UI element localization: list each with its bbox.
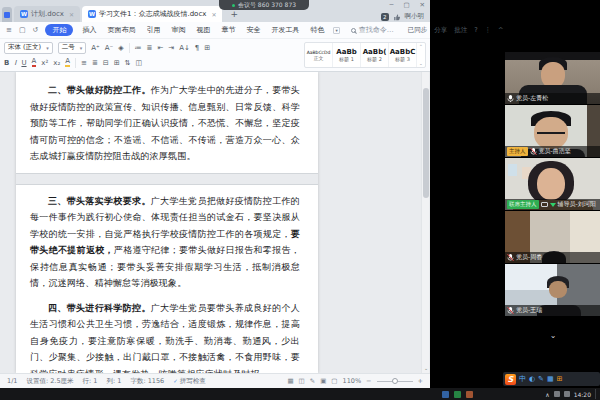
meeting-id-banner[interactable]: 会议号 860 370 873 [219,0,309,10]
italic-button[interactable]: I [14,59,16,67]
share-button[interactable]: 分享 [434,26,447,35]
close-button[interactable]: ✕ [420,2,425,9]
ribbon-tab-features[interactable]: 特色 [308,24,326,36]
maximize-button[interactable]: ▢ [403,2,409,9]
tab-plan-docx[interactable]: W 计划.docx ✕ [14,6,80,22]
zoom-out-button[interactable]: − [366,377,371,385]
undo-icon[interactable]: ↺ [33,26,39,34]
clear-format-icon[interactable]: ◈ [118,44,123,52]
collapse-video-list-button[interactable]: ⌄ [541,332,565,342]
participant-tile-5[interactable]: 党员-王瑞 [505,264,600,316]
command-search[interactable]: 查找命令… [351,25,394,35]
indent-icon[interactable]: ⇥ [168,44,174,52]
more-button[interactable]: ⋮ [485,26,492,34]
ime-halfwidth-icon[interactable]: ◐ [529,376,535,383]
tab-close-icon[interactable]: ✕ [211,11,216,18]
align-center-icon[interactable]: ≣ [92,59,98,67]
vertical-scrollbar[interactable]: ⌄ [421,72,429,373]
ime-keyboard-icon[interactable]: ▦ [547,376,554,383]
tab-close-icon[interactable]: ✕ [69,11,74,18]
participant-tile-1[interactable]: 党员-左青松 [505,52,600,104]
ribbon-tab-home[interactable]: 开始 [45,24,73,36]
paragraph-mark-icon[interactable]: ¶ [195,44,199,52]
superscript-button[interactable]: x² [41,59,48,67]
scrollbar-thumb[interactable] [423,88,429,198]
save-icon[interactable]: ▢ [19,26,26,34]
help-button[interactable]: ? [474,26,477,34]
ribbon-tab-review[interactable]: 审阅 [169,24,187,36]
web-view-icon[interactable]: ▢ [331,377,337,385]
font-name-select[interactable]: 宋体 (正文)▾ [4,42,53,54]
features-dropdown-icon[interactable]: ▾ [333,27,339,34]
tab-study-file-docx[interactable]: W 学习文件1：众志成城战疫情.docx ✕ [82,6,222,22]
sogou-logo-icon[interactable]: S [505,374,516,385]
read-view-icon[interactable]: ◫ [299,377,305,385]
clock[interactable]: 14:20 [574,391,591,398]
sort-icon[interactable]: A↓ [179,44,190,52]
synced-button[interactable]: 已同步 [408,26,428,35]
align-left-icon[interactable]: ≡ [81,59,87,67]
font-size-select[interactable]: 二号▾ [58,42,87,54]
style-heading2[interactable]: AaBb(标题 2 [361,43,389,67]
network-icon[interactable] [564,391,570,397]
volume-icon[interactable] [554,391,560,397]
bold-button[interactable]: B [4,59,9,67]
border-grid-icon[interactable]: ⊞ [204,44,210,52]
ribbon-tab-devtools[interactable]: 开发工具 [269,24,301,36]
ime-toolbox-icon[interactable]: ⊞ [557,376,563,383]
zoom-slider[interactable] [377,381,413,382]
bullet-list-icon[interactable]: ≔ [135,44,142,52]
minimize-button[interactable]: ─ [389,2,393,9]
ime-chinese-mode-icon[interactable]: 中 [519,376,526,383]
style-heading1[interactable]: AaBb标题 1 [333,43,361,67]
underline-button[interactable]: U [21,59,26,67]
align-justify-icon[interactable]: ⊟ [103,59,109,67]
comment-button[interactable]: 批注 [454,26,467,35]
page-view-icon[interactable]: ▣ [320,377,326,385]
ime-pen-icon[interactable]: ✎ [538,376,544,383]
taskbar-app-icon[interactable] [442,391,449,398]
highlight-button[interactable]: A [65,58,70,67]
ribbon-tab-references[interactable]: 引用 [144,24,162,36]
participant-tile-2[interactable]: 主持人 党员-曲浩坚 [505,105,600,157]
write-view-icon[interactable]: ✎ [310,377,315,385]
style-normal[interactable]: AaBbCcDd正文 [305,43,333,67]
grow-font-icon[interactable]: A⁺ [91,44,99,52]
subscript-button[interactable]: x₂ [53,59,60,67]
account-area[interactable]: 2 啊小明 [381,12,424,21]
show-desktop-button[interactable] [595,389,597,399]
home-tab-stub[interactable] [2,7,12,22]
shrink-font-icon[interactable]: A⁻ [105,44,113,52]
shading-icon[interactable]: ⊞ [114,59,120,67]
columns-icon[interactable]: ◫ [135,59,142,67]
ime-toolbar[interactable]: S 中 ◐ ✎ ▦ ⊞ [503,372,600,386]
participant-tile-3[interactable]: 联席主持人 辅导员-刘珂阳 [505,158,600,210]
styles-scroll-down-icon[interactable]: ⌄ [419,61,423,66]
styles-scroll[interactable]: ⌃ ⌄ [417,43,425,67]
zoom-slider-knob[interactable] [392,378,398,384]
font-color-button[interactable]: A [32,58,37,67]
outdent-icon[interactable]: ⇤ [157,44,163,52]
ribbon-tab-section[interactable]: 章节 [219,24,237,36]
style-heading3[interactable]: AaBbC标题 3 [389,43,417,67]
spellcheck-toggle[interactable]: ✓拼写检查 [173,377,206,386]
scroll-down-icon[interactable]: ⌄ [422,365,430,372]
numbered-list-icon[interactable]: ≣ [147,44,153,52]
line-spacing-icon[interactable]: ⇅ [125,59,131,67]
collapse-ribbon-button[interactable]: ^ [498,26,503,34]
ribbon-tab-view[interactable]: 视图 [194,24,212,36]
file-menu-icon[interactable]: ≡ [6,26,12,34]
styles-scroll-up-icon[interactable]: ⌃ [419,44,423,49]
participant-tile-4[interactable]: 党员-周春 [505,211,600,263]
document-page[interactable]: 二、带头做好防控工作。作为广大学生中的先进分子，要带头做好疫情防控的政策宣传、知… [16,72,318,373]
ribbon-tab-security[interactable]: 安全 [244,24,262,36]
taskbar-app-icon[interactable] [466,391,473,398]
fullscreen-view-icon[interactable]: ▦ [287,377,293,385]
word-count[interactable]: 字数: 1156 [130,377,164,386]
ribbon-tab-insert[interactable]: 插入 [80,24,98,36]
zoom-in-button[interactable]: + [418,377,423,385]
tray-chevron-icon[interactable]: ∧ [545,391,549,398]
taskbar-app-icon[interactable] [454,391,461,398]
zoom-level[interactable]: 110% [343,377,362,385]
ribbon-tab-layout[interactable]: 页面布局 [105,24,137,36]
